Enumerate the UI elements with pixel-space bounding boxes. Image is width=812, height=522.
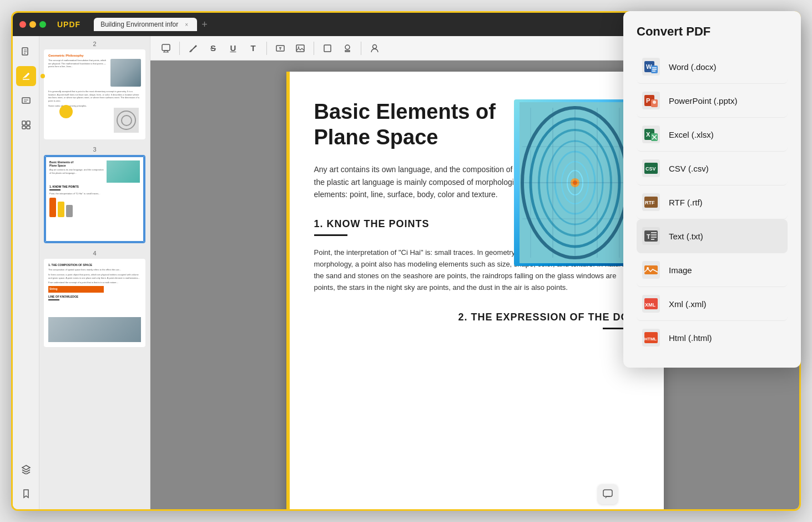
svg-text:HTML: HTML (644, 337, 657, 342)
pen-tool-button[interactable] (184, 39, 202, 57)
convert-csv-label: CSV (.csv) (669, 164, 709, 173)
svg-point-15 (298, 46, 299, 47)
chat-button[interactable] (598, 484, 618, 504)
toolbar-sep-1 (179, 42, 180, 55)
convert-txt-label: Text (.txt) (669, 232, 703, 241)
svg-point-17 (345, 45, 350, 49)
tab-label: Building Environment infor (100, 21, 178, 28)
svg-rect-11 (27, 126, 30, 129)
underline-button[interactable]: U (224, 39, 242, 57)
minimize-window-button[interactable] (29, 21, 36, 28)
svg-text:CSV: CSV (645, 166, 656, 172)
svg-point-70 (647, 267, 649, 269)
convert-ppt-label: PowerPoint (.pptx) (669, 96, 737, 106)
text-box-button[interactable] (271, 39, 289, 57)
convert-image-label: Image (669, 265, 692, 275)
convert-excel-item[interactable]: X Excel (.xlsx) (637, 118, 788, 152)
toolbar-sep-3 (314, 42, 314, 55)
thumbnail-panel[interactable]: 2 Geometric Philosophy The concept of ma… (39, 36, 150, 509)
txt-icon: T (641, 226, 661, 246)
active-tab[interactable]: Building Environment infor × (94, 18, 197, 31)
pdf-main-title: Basic Elements of Plane Space (314, 99, 525, 150)
sidebar-active-indicator (41, 74, 45, 78)
convert-panel-title: Convert PDF (637, 24, 788, 39)
convert-excel-label: Excel (.xlsx) (669, 130, 714, 139)
html-icon: HTML (641, 328, 661, 348)
sidebar-icon-edit[interactable] (16, 91, 36, 111)
convert-rtf-item[interactable]: RTF RTF (.rtf) (637, 185, 788, 219)
shape-tool-button[interactable] (319, 39, 336, 57)
excel-icon: X (641, 124, 661, 144)
convert-html-item[interactable]: HTML Html (.html) (637, 321, 788, 354)
svg-point-18 (373, 44, 377, 48)
convert-text-item[interactable]: T Text (.txt) (637, 219, 788, 253)
word-icon: W (641, 57, 661, 77)
image-icon (641, 260, 661, 280)
thumbnail-image-4: 1. THE COMPOSITION OF SPACE The composit… (44, 259, 145, 347)
svg-point-48 (653, 101, 656, 104)
thumbnail-page-4[interactable]: 4 1. THE COMPOSITION OF SPACE The compos… (44, 250, 145, 347)
page-image (514, 99, 636, 266)
pdf-section1-underline (314, 234, 347, 236)
sidebar-icon-highlight[interactable] (16, 66, 36, 86)
convert-word-item[interactable]: W Word (.docx) (637, 50, 788, 84)
svg-rect-5 (22, 98, 30, 103)
toolbar-sep-2 (266, 42, 267, 55)
text-tool-button[interactable]: T (244, 39, 262, 57)
convert-pdf-panel: Convert PDF W Word (.docx) P (623, 11, 801, 368)
pdf-section2-title: 2. THE EXPRESSION OF THE DOT (314, 312, 636, 323)
svg-rect-9 (27, 121, 30, 125)
strikethrough-button[interactable]: S (204, 39, 222, 57)
convert-csv-item[interactable]: CSV CSV (.csv) (637, 152, 788, 185)
sidebar-icon-bookmark[interactable] (16, 484, 36, 504)
app-logo: UPDF (57, 20, 80, 29)
image-tool-button[interactable] (291, 39, 309, 57)
new-tab-button[interactable]: + (199, 19, 210, 31)
svg-rect-12 (162, 44, 170, 51)
convert-ppt-item[interactable]: P PowerPoint (.pptx) (637, 84, 788, 118)
svg-rect-77 (603, 490, 612, 496)
convert-word-label: Word (.docx) (669, 62, 717, 72)
sidebar-icon-layers[interactable] (16, 459, 36, 479)
convert-image-item[interactable]: Image (637, 253, 788, 287)
svg-rect-16 (324, 45, 331, 52)
convert-rtf-label: RTF (.rtf) (669, 198, 703, 207)
sidebar-icon-pages[interactable] (16, 42, 36, 62)
pdf-intro-text: Any art contains its own language, and t… (314, 163, 525, 200)
toolbar-sep-4 (361, 42, 361, 55)
rtf-icon: RTF (641, 192, 661, 212)
stamp-tool-button[interactable] (339, 39, 356, 57)
convert-xml-label: Xml (.xml) (669, 299, 707, 309)
window-controls (19, 21, 46, 28)
svg-text:RTF: RTF (645, 200, 655, 205)
tab-close-button[interactable]: × (183, 21, 190, 28)
xml-icon: XML (641, 294, 661, 314)
sidebar (13, 36, 39, 509)
thumbnail-page-2[interactable]: 2 Geometric Philosophy The concept of ma… (44, 41, 145, 139)
svg-rect-8 (22, 121, 26, 125)
svg-text:X: X (646, 131, 650, 138)
thumbnail-image-2: Geometric Philosophy The concept of math… (44, 49, 145, 139)
comment-tool-button[interactable] (157, 39, 175, 57)
convert-html-label: Html (.html) (669, 333, 712, 343)
pdf-page: Basic Elements of Plane Space Any art co… (286, 72, 664, 509)
svg-rect-10 (22, 126, 26, 129)
maximize-window-button[interactable] (39, 21, 46, 28)
convert-xml-item[interactable]: XML Xml (.xml) (637, 287, 788, 321)
sidebar-icon-organize[interactable] (16, 115, 36, 135)
thumbnail-image-3: Basic Elements ofPlane Space Any art con… (44, 155, 145, 243)
page-number-2: 2 (44, 41, 145, 47)
user-tool-button[interactable] (366, 39, 384, 57)
page-number-4: 4 (44, 250, 145, 257)
csv-icon: CSV (641, 158, 661, 178)
thumbnail-page-3[interactable]: 3 Basic Elements ofPlane Space Any art c… (44, 146, 145, 243)
close-window-button[interactable] (19, 21, 26, 28)
page-accent-bar (286, 72, 290, 509)
svg-text:T: T (647, 233, 650, 240)
svg-text:XML: XML (645, 302, 656, 308)
svg-rect-14 (296, 45, 304, 52)
page-number-3: 3 (44, 146, 145, 153)
ppt-icon: P (641, 91, 661, 111)
svg-text:P: P (646, 97, 650, 104)
